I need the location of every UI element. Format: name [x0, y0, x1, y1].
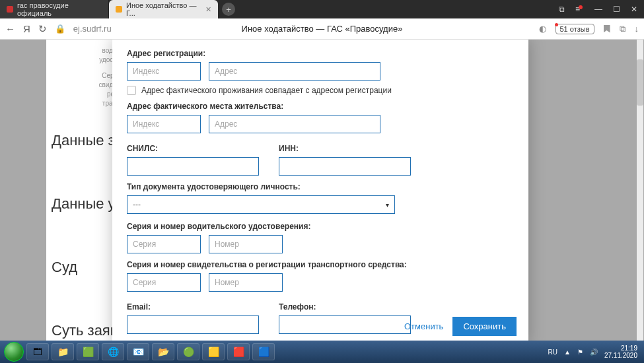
reviews-badge[interactable]: 51 отзыв: [555, 24, 594, 34]
fact-address-input[interactable]: [209, 115, 380, 133]
taskbar-app-8[interactable]: 🟨: [202, 343, 225, 360]
tab-title: гас правосудие официаль: [17, 1, 102, 17]
tray-flag-icon[interactable]: ▲: [564, 348, 571, 356]
browser-titlebar: гас правосудие официаль Иное ходатайство…: [0, 0, 644, 18]
page-viewport: водител удостове Серия и свидетел регист…: [0, 40, 644, 341]
tab-inactive[interactable]: гас правосудие официаль: [0, 0, 109, 18]
start-button[interactable]: [4, 342, 24, 362]
driver-series-input[interactable]: [127, 235, 201, 253]
reg-address-input[interactable]: [209, 62, 380, 81]
email-label: Email:: [127, 302, 259, 312]
tray-volume-icon[interactable]: 🔊: [590, 348, 598, 356]
extensions-icon[interactable]: ⧉: [620, 24, 626, 34]
snils-label: СНИЛС:: [127, 144, 259, 153]
window-controls: ⧉ ≡ — ☐ ✕: [552, 5, 644, 14]
taskbar-app-10[interactable]: 🟦: [252, 343, 275, 360]
tray-lang[interactable]: RU: [548, 348, 557, 356]
doc-type-select[interactable]: --- ▾: [127, 195, 395, 214]
snils-input[interactable]: [127, 157, 259, 176]
reg-index-input[interactable]: [127, 62, 201, 81]
background-section-headings: Данные з Данные у Суд Суть заяв: [52, 132, 118, 339]
page-scrollbar-thumb[interactable]: [637, 59, 643, 106]
save-button[interactable]: Сохранить: [452, 317, 517, 336]
bookmark-icon[interactable]: [604, 25, 610, 33]
tab-active[interactable]: Иное ходатайство — Г... ✕: [109, 0, 218, 18]
maximize-icon[interactable]: ☐: [613, 5, 620, 14]
phone-input[interactable]: [279, 315, 411, 334]
favicon-scales: [116, 6, 122, 13]
fact-index-input[interactable]: [127, 115, 201, 133]
driver-number-input[interactable]: [209, 235, 283, 253]
taskbar-app-4[interactable]: 🌐: [102, 343, 124, 360]
url-text[interactable]: ej.sudrf.ru: [73, 24, 112, 34]
taskbar-app-7[interactable]: 🟢: [177, 343, 199, 360]
driver-license-label: Серия и номер водительского удостоверени…: [127, 222, 514, 231]
form-modal: Адрес регистрации: Адрес фактического пр…: [112, 40, 528, 341]
copy-icon[interactable]: ⧉: [559, 5, 565, 14]
same-address-label: Адрес фактического проживания совпадает …: [141, 86, 392, 95]
download-icon[interactable]: ↓: [635, 24, 639, 34]
tray-network-icon[interactable]: ⚑: [577, 348, 583, 356]
taskbar-app-9[interactable]: 🟥: [227, 343, 250, 360]
vehicle-series-input[interactable]: [127, 273, 201, 292]
menu-icon[interactable]: ≡: [575, 5, 584, 14]
lock-icon: 🔒: [55, 24, 65, 34]
taskbar-app-5[interactable]: 📧: [127, 343, 149, 360]
vehicle-cert-label: Серия и номер свидетельства о регистраци…: [127, 260, 514, 269]
windows-taskbar: 🗔 📁 🟩 🌐 📧 📂 🟢 🟨 🟥 🟦 RU ▲ ⚑ 🔊 21:19 27.11…: [0, 341, 644, 363]
vehicle-number-input[interactable]: [209, 273, 283, 292]
window-close-icon[interactable]: ✕: [631, 5, 637, 14]
cancel-button[interactable]: Отменить: [404, 321, 443, 331]
inn-label: ИНН:: [279, 144, 411, 153]
taskbar-app-6[interactable]: 📂: [152, 343, 174, 360]
email-input[interactable]: [127, 315, 259, 334]
address-bar: ← Я ↻ 🔒 ej.sudrf.ru Иное ходатайство — Г…: [0, 18, 644, 40]
phone-label: Телефон:: [279, 302, 411, 312]
tab-close-icon[interactable]: ✕: [205, 5, 211, 14]
minimize-icon[interactable]: —: [594, 5, 602, 14]
favicon-yandex: [7, 6, 13, 13]
same-address-checkbox[interactable]: [127, 86, 136, 95]
yandex-icon[interactable]: Я: [23, 23, 30, 34]
registration-address-label: Адрес регистрации:: [127, 49, 514, 58]
tray-clock[interactable]: 21:19 27.11.2020: [604, 345, 640, 359]
doc-type-value: ---: [133, 200, 141, 209]
actual-address-label: Адрес фактического места жительства:: [127, 102, 514, 111]
inn-input[interactable]: [279, 157, 411, 176]
taskbar-app-3[interactable]: 🟩: [77, 343, 99, 360]
reload-icon[interactable]: ↻: [38, 23, 47, 35]
doc-type-label: Тип документа удостоверяющего личность:: [127, 182, 514, 191]
back-icon[interactable]: ←: [5, 23, 15, 34]
taskbar-app-1[interactable]: 🗔: [26, 343, 49, 360]
chevron-down-icon: ▾: [386, 201, 389, 209]
new-tab-button[interactable]: +: [222, 3, 235, 16]
translate-icon[interactable]: ◐: [539, 24, 546, 34]
system-tray: RU ▲ ⚑ 🔊 21:19 27.11.2020: [548, 345, 640, 359]
page-title: Иное ходатайство — ГАС «Правосудие»: [242, 24, 403, 34]
taskbar-app-2[interactable]: 📁: [52, 343, 74, 360]
tab-title: Иное ходатайство — Г...: [126, 1, 201, 17]
